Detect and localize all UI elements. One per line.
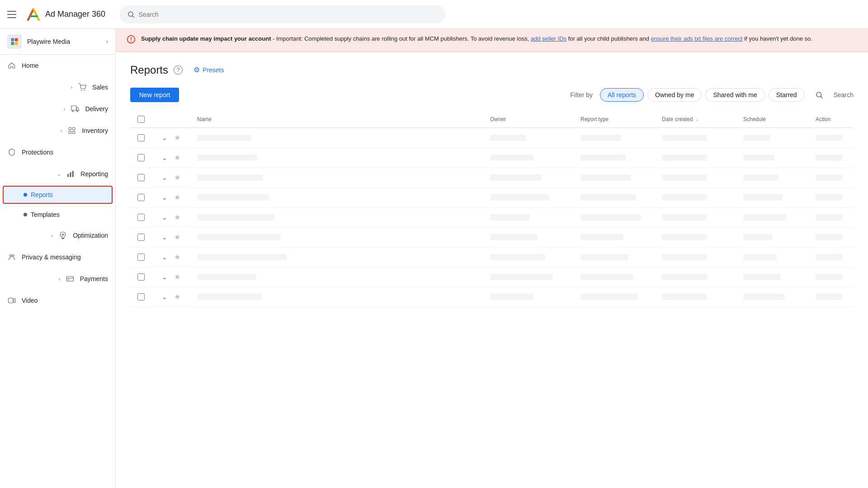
table-body: ⌄ ★ [130, 128, 854, 307]
svg-rect-14 [68, 174, 69, 177]
select-all-checkbox[interactable] [137, 116, 145, 123]
svg-rect-3 [11, 42, 14, 45]
row-date-4 [655, 207, 736, 227]
row-expand-btn-7[interactable]: ⌄ [159, 272, 170, 282]
row-action-8 [808, 287, 854, 307]
filter-starred[interactable]: Starred [769, 88, 805, 102]
sidebar-item-payments[interactable]: › Payments [0, 268, 115, 290]
alert-link-seller-ids[interactable]: add seller IDs [531, 35, 566, 42]
templates-dot [24, 213, 27, 216]
row-controls-0: ⌄ ★ [152, 128, 190, 148]
row-owner-3 [483, 188, 573, 207]
row-name-6 [190, 247, 483, 267]
page-title: Reports [130, 64, 168, 76]
header-date-created[interactable]: Date created ↓ [655, 111, 736, 128]
svg-point-23 [131, 41, 132, 42]
table-row: ⌄ ★ [130, 207, 854, 227]
row-checkbox-0[interactable] [137, 134, 145, 141]
row-star-btn-8[interactable]: ★ [172, 291, 183, 302]
filter-shared-with-me[interactable]: Shared with me [705, 88, 764, 102]
row-star-btn-6[interactable]: ★ [172, 252, 183, 263]
filter-all-reports[interactable]: All reports [600, 88, 644, 102]
row-checkbox-6[interactable] [137, 253, 145, 261]
row-checkbox-1[interactable] [137, 154, 145, 161]
row-checkbox-8[interactable] [137, 293, 145, 300]
inventory-expand-icon: › [61, 128, 62, 133]
app-name: Ad Manager 360 [45, 9, 105, 19]
row-controls-4: ⌄ ★ [152, 207, 190, 227]
row-checkbox-cell-5 [130, 227, 152, 247]
svg-rect-15 [70, 172, 71, 177]
row-checkbox-cell-7 [130, 267, 152, 287]
filter-owned-by-me[interactable]: Owned by me [647, 88, 702, 102]
row-star-btn-4[interactable]: ★ [172, 212, 183, 223]
table-row: ⌄ ★ [130, 128, 854, 148]
alert-link-ads-txt[interactable]: ensure their ads txt files are correct [651, 35, 743, 42]
sidebar-item-video[interactable]: Video [0, 290, 115, 311]
row-star-btn-3[interactable]: ★ [172, 192, 183, 203]
row-checkbox-4[interactable] [137, 214, 145, 221]
row-expand-btn-4[interactable]: ⌄ [159, 212, 170, 223]
row-star-btn-1[interactable]: ★ [172, 152, 183, 163]
sidebar-item-home[interactable]: Home [0, 55, 115, 76]
sidebar-item-optimization[interactable]: › Optimization [0, 225, 115, 246]
svg-rect-21 [9, 298, 14, 303]
presets-button[interactable]: ⚙ Presets [188, 63, 229, 77]
sidebar-item-payments-label: Payments [80, 275, 108, 282]
sidebar-item-protections[interactable]: Protections [0, 141, 115, 163]
row-checkbox-2[interactable] [137, 174, 145, 181]
help-button[interactable]: ? [174, 66, 183, 75]
svg-point-8 [72, 110, 74, 112]
payments-icon [66, 274, 75, 283]
reporting-expand-icon: ⌄ [57, 172, 61, 177]
row-star-btn-5[interactable]: ★ [172, 232, 183, 243]
app-logo[interactable]: Ad Manager 360 [25, 6, 105, 23]
sidebar-item-sales[interactable]: › Sales [0, 76, 115, 98]
row-name-4 [190, 207, 483, 227]
row-expand-btn-5[interactable]: ⌄ [159, 232, 170, 243]
row-schedule-4 [736, 207, 808, 227]
menu-button[interactable] [7, 9, 18, 20]
svg-point-5 [81, 90, 82, 91]
row-expand-btn-1[interactable]: ⌄ [159, 152, 170, 163]
sidebar-item-reporting[interactable]: ⌄ Reporting [0, 163, 115, 185]
row-controls-7: ⌄ ★ [152, 267, 190, 287]
row-expand-btn-0[interactable]: ⌄ [159, 132, 170, 143]
sidebar-item-inventory[interactable]: › Inventory [0, 120, 115, 141]
toolbar: New report Filter by All reports Owned b… [130, 88, 854, 102]
sidebar-item-reports[interactable]: Reports [3, 186, 113, 204]
sidebar-item-privacy[interactable]: Privacy & messaging [0, 246, 115, 268]
svg-rect-16 [72, 171, 74, 177]
row-owner-1 [483, 148, 573, 168]
table-search-button[interactable] [812, 88, 826, 102]
row-star-btn-7[interactable]: ★ [172, 272, 183, 282]
new-report-button[interactable]: New report [130, 88, 179, 102]
row-action-4 [808, 207, 854, 227]
row-checkbox-5[interactable] [137, 234, 145, 241]
row-checkbox-7[interactable] [137, 273, 145, 281]
row-owner-7 [483, 267, 573, 287]
row-checkbox-3[interactable] [137, 194, 145, 201]
gear-icon: ⚙ [193, 66, 200, 74]
row-star-btn-2[interactable]: ★ [172, 172, 183, 183]
row-schedule-0 [736, 128, 808, 148]
row-report-type-1 [573, 148, 655, 168]
row-expand-btn-8[interactable]: ⌄ [159, 291, 170, 302]
sidebar-item-delivery[interactable]: › Delivery [0, 98, 115, 120]
row-schedule-6 [736, 247, 808, 267]
search-input[interactable] [138, 11, 438, 18]
svg-point-9 [77, 110, 78, 112]
global-search[interactable] [120, 5, 445, 23]
row-name-0 [190, 128, 483, 148]
row-star-btn-0[interactable]: ★ [172, 132, 183, 143]
alert-icon [127, 35, 136, 46]
delivery-icon [71, 104, 80, 113]
row-action-5 [808, 227, 854, 247]
row-expand-btn-2[interactable]: ⌄ [159, 172, 170, 183]
row-expand-btn-6[interactable]: ⌄ [159, 252, 170, 263]
header-name: Name [190, 111, 483, 128]
reports-table: Name Owner Report type Date created ↓ [130, 111, 854, 307]
row-expand-btn-3[interactable]: ⌄ [159, 192, 170, 203]
sidebar-item-templates[interactable]: Templates [0, 205, 115, 225]
account-selector[interactable]: Playwire Media › [0, 29, 115, 55]
